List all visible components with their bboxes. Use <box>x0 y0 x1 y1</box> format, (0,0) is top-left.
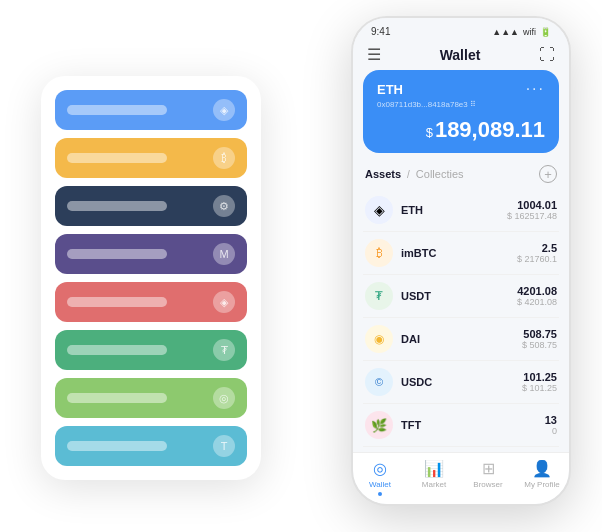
tft-token-amounts: 13 0 <box>545 414 557 436</box>
add-token-button[interactable]: + <box>539 165 557 183</box>
usdc-token-name: USDC <box>401 376 522 388</box>
page-title: Wallet <box>440 47 481 63</box>
token-list: ◈ ETH 1004.01 $ 162517.48 ₿ imBTC 2.5 $ … <box>353 189 569 452</box>
tab-slash: / <box>407 169 410 180</box>
stack-card-icon-orange: ₿ <box>213 147 235 169</box>
stack-card-icon-red: ◈ <box>213 291 235 313</box>
dai-token-usd: $ 508.75 <box>522 340 557 350</box>
stack-card-bar <box>67 201 167 211</box>
usdt-token-name: USDT <box>401 290 517 302</box>
token-item-tft[interactable]: 🌿 TFT 13 0 <box>363 404 559 447</box>
token-item-eth[interactable]: ◈ ETH 1004.01 $ 162517.48 <box>363 189 559 232</box>
eth-card-header: ETH ··· <box>377 80 545 98</box>
battery-icon: 🔋 <box>540 27 551 37</box>
stack-card-icon-lightgreen: ◎ <box>213 387 235 409</box>
eth-token-amounts: 1004.01 $ 162517.48 <box>507 199 557 221</box>
dai-icon: ◉ <box>365 325 393 353</box>
stack-card-bar <box>67 105 167 115</box>
tab-bar: ◎ Wallet 📊 Market ⊞ Browser 👤 My Profile <box>353 452 569 504</box>
wallet-tab-indicator <box>378 492 382 496</box>
market-tab-label: Market <box>422 480 446 489</box>
stack-card-blue[interactable]: ◈ <box>55 90 247 130</box>
imbtc-token-amounts: 2.5 $ 21760.1 <box>517 242 557 264</box>
eth-token-usd: $ 162517.48 <box>507 211 557 221</box>
imbtc-token-name: imBTC <box>401 247 517 259</box>
usdc-token-amount: 101.25 <box>522 371 557 383</box>
stack-card-bar <box>67 441 167 451</box>
scene: ◈ ₿ ⚙ M ◈ ₮ ◎ T <box>21 16 581 516</box>
eth-token-name: ETH <box>401 204 507 216</box>
eth-card[interactable]: ETH ··· 0x08711d3b...8418a78e3 ⠿ $189,08… <box>363 70 559 153</box>
stack-card-bar <box>67 249 167 259</box>
token-item-usdc[interactable]: © USDC 101.25 $ 101.25 <box>363 361 559 404</box>
stack-card-icon-dark: ⚙ <box>213 195 235 217</box>
eth-amount-value: 189,089.11 <box>435 117 545 142</box>
dai-token-amounts: 508.75 $ 508.75 <box>522 328 557 350</box>
stack-card-bar <box>67 345 167 355</box>
tab-collecties[interactable]: Collecties <box>416 168 464 180</box>
tab-browser[interactable]: ⊞ Browser <box>461 459 515 496</box>
eth-token-amount: 1004.01 <box>507 199 557 211</box>
stack-card-red[interactable]: ◈ <box>55 282 247 322</box>
usdc-token-amounts: 101.25 $ 101.25 <box>522 371 557 393</box>
menu-icon[interactable]: ☰ <box>367 45 381 64</box>
eth-icon: ◈ <box>365 196 393 224</box>
nav-bar: ☰ Wallet ⛶ <box>353 41 569 70</box>
token-item-imbtc[interactable]: ₿ imBTC 2.5 $ 21760.1 <box>363 232 559 275</box>
stack-card-icon-purple: M <box>213 243 235 265</box>
expand-icon[interactable]: ⛶ <box>539 46 555 64</box>
phone: 9:41 ▲▲▲ wifi 🔋 ☰ Wallet ⛶ ETH ··· 0x087… <box>351 16 571 506</box>
eth-balance: $189,089.11 <box>377 117 545 143</box>
tft-token-usd: 0 <box>545 426 557 436</box>
wallet-icon: ◎ <box>373 459 387 478</box>
stack-card-icon-green: ₮ <box>213 339 235 361</box>
imbtc-token-usd: $ 21760.1 <box>517 254 557 264</box>
status-bar: 9:41 ▲▲▲ wifi 🔋 <box>353 18 569 41</box>
usdt-token-amounts: 4201.08 $ 4201.08 <box>517 285 557 307</box>
wifi-icon: wifi <box>523 27 536 37</box>
stack-card-orange[interactable]: ₿ <box>55 138 247 178</box>
eth-currency-prefix: $ <box>426 125 433 140</box>
eth-label: ETH <box>377 82 403 97</box>
browser-icon: ⊞ <box>482 459 495 478</box>
tft-token-amount: 13 <box>545 414 557 426</box>
stack-card-bar <box>67 153 167 163</box>
eth-menu-dots[interactable]: ··· <box>526 80 545 98</box>
imbtc-token-amount: 2.5 <box>517 242 557 254</box>
tab-wallet[interactable]: ◎ Wallet <box>353 459 407 496</box>
tab-assets[interactable]: Assets <box>365 168 401 180</box>
profile-icon: 👤 <box>532 459 552 478</box>
usdc-icon: © <box>365 368 393 396</box>
token-item-usdt[interactable]: ₮ USDT 4201.08 $ 4201.08 <box>363 275 559 318</box>
eth-address: 0x08711d3b...8418a78e3 ⠿ <box>377 100 545 109</box>
usdc-token-usd: $ 101.25 <box>522 383 557 393</box>
market-icon: 📊 <box>424 459 444 478</box>
usdt-icon: ₮ <box>365 282 393 310</box>
assets-tabs: Assets / Collecties <box>365 168 464 180</box>
status-time: 9:41 <box>371 26 390 37</box>
tab-market[interactable]: 📊 Market <box>407 459 461 496</box>
signal-icon: ▲▲▲ <box>492 27 519 37</box>
tab-profile[interactable]: 👤 My Profile <box>515 459 569 496</box>
stack-card-icon-teal: T <box>213 435 235 457</box>
tft-token-name: TFT <box>401 419 545 431</box>
tft-icon: 🌿 <box>365 411 393 439</box>
assets-header: Assets / Collecties + <box>353 161 569 189</box>
token-item-dai[interactable]: ◉ DAI 508.75 $ 508.75 <box>363 318 559 361</box>
usdt-token-amount: 4201.08 <box>517 285 557 297</box>
usdt-token-usd: $ 4201.08 <box>517 297 557 307</box>
browser-tab-label: Browser <box>473 480 502 489</box>
stack-card-green[interactable]: ₮ <box>55 330 247 370</box>
stack-card-bar <box>67 393 167 403</box>
dai-token-name: DAI <box>401 333 522 345</box>
imbtc-icon: ₿ <box>365 239 393 267</box>
card-stack: ◈ ₿ ⚙ M ◈ ₮ ◎ T <box>41 76 261 480</box>
stack-card-bar <box>67 297 167 307</box>
stack-card-teal[interactable]: T <box>55 426 247 466</box>
dai-token-amount: 508.75 <box>522 328 557 340</box>
stack-card-dark[interactable]: ⚙ <box>55 186 247 226</box>
status-icons: ▲▲▲ wifi 🔋 <box>492 27 551 37</box>
stack-card-lightgreen[interactable]: ◎ <box>55 378 247 418</box>
profile-tab-label: My Profile <box>524 480 560 489</box>
stack-card-purple[interactable]: M <box>55 234 247 274</box>
